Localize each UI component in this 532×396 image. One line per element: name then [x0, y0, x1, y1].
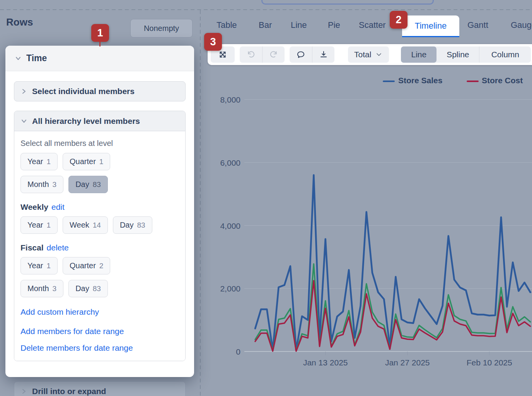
timeline-line-chart[interactable]: 02,0004,0006,0008,000Jan 13 2025Jan 27 2…	[208, 89, 532, 387]
tab-line[interactable]: Line	[291, 20, 307, 30]
comment-button[interactable]	[290, 46, 312, 63]
rows-panel-title: Rows	[6, 16, 33, 28]
add-custom-hierarchy-link[interactable]: Add custom hierarchy	[20, 307, 179, 317]
tour-badge-2: 2	[390, 11, 408, 29]
select-all-members-label: Select all members at level	[20, 139, 179, 148]
level-chip-quarter[interactable]: Quarter1	[63, 153, 110, 170]
comment-icon	[296, 50, 306, 60]
all-hierarchy-level-members-section: All hierarchy level members Select all m…	[14, 111, 186, 361]
weekly-chip-year[interactable]: Year1	[20, 216, 58, 234]
section-bar-label: Select individual members	[32, 87, 135, 96]
level-chip-day-selected[interactable]: Day83	[68, 176, 108, 193]
fiscal-chip-day[interactable]: Day83	[68, 280, 108, 297]
time-title: Time	[26, 53, 47, 63]
nonempty-button[interactable]: Nonempty	[130, 19, 193, 38]
svg-text:2,000: 2,000	[220, 284, 240, 293]
tab-timeline-active[interactable]: Timeline	[402, 15, 459, 36]
all-hierarchy-level-members-bar[interactable]: All hierarchy level members	[14, 111, 185, 131]
mode-spline-button[interactable]: Spline	[437, 46, 479, 63]
tab-pie[interactable]: Pie	[328, 20, 340, 30]
fiscal-chip-year[interactable]: Year1	[20, 257, 58, 274]
tour-badge-1-pointer	[99, 41, 101, 46]
svg-text:8,000: 8,000	[220, 95, 240, 104]
add-members-date-range-link[interactable]: Add members for date range	[20, 324, 179, 338]
svg-text:Jan 13 2025: Jan 13 2025	[303, 358, 348, 367]
cut-off-report-field[interactable]	[261, 0, 434, 5]
chevron-down-icon	[375, 51, 383, 58]
legend-label-store-cost[interactable]: Store Cost	[482, 76, 523, 85]
weekly-group-title: Weeklyedit	[20, 202, 179, 212]
tab-gauge[interactable]: Gauge	[511, 20, 532, 30]
svg-text:Jan 27 2025: Jan 27 2025	[385, 358, 430, 367]
select-individual-members-bar[interactable]: Select individual members	[14, 81, 186, 101]
tour-badge-1: 1	[91, 24, 109, 42]
active-tab-underline	[402, 36, 459, 37]
legend-label-store-sales[interactable]: Store Sales	[398, 76, 442, 85]
weekly-chip-day[interactable]: Day83	[113, 216, 152, 234]
fiscal-delete-link[interactable]: delete	[47, 243, 69, 252]
tab-bar[interactable]: Bar	[259, 20, 272, 30]
chevron-down-icon	[15, 55, 22, 62]
chart-toolbar: Total Line Spline Column	[208, 44, 532, 65]
level-chip-year[interactable]: Year1	[20, 153, 58, 170]
undo-button[interactable]	[240, 46, 262, 63]
tab-gantt[interactable]: Gantt	[467, 20, 488, 30]
weekly-chip-week[interactable]: Week14	[63, 216, 108, 234]
drill-into-or-expand-bar[interactable]: Drill into or expand	[14, 381, 186, 396]
mode-column-button[interactable]: Column	[479, 46, 531, 63]
tab-scatter[interactable]: Scatter	[359, 20, 386, 30]
svg-text:Feb 10 2025: Feb 10 2025	[467, 358, 512, 367]
time-section-header[interactable]: Time	[5, 46, 194, 71]
section-bar-label: All hierarchy level members	[32, 117, 140, 126]
fiscal-chip-quarter[interactable]: Quarter2	[63, 257, 110, 274]
chevron-down-icon	[20, 118, 27, 125]
expand-icon	[218, 50, 228, 60]
redo-button[interactable]	[262, 46, 285, 63]
legend-dash-store-cost	[467, 81, 479, 82]
fiscal-group-title: Fiscaldelete	[20, 243, 179, 252]
delete-members-date-range-link[interactable]: Delete members for date range	[20, 341, 179, 355]
download-button[interactable]	[312, 46, 334, 63]
svg-text:4,000: 4,000	[220, 221, 240, 230]
total-dropdown-label: Total	[354, 50, 371, 59]
tab-table[interactable]: Table	[217, 20, 237, 30]
download-icon	[319, 50, 329, 60]
svg-text:6,000: 6,000	[220, 158, 240, 167]
chevron-right-icon	[20, 88, 27, 95]
fiscal-chip-month[interactable]: Month3	[20, 280, 63, 297]
time-hierarchy-popup: Time Select individual members All hiera…	[5, 46, 194, 377]
weekly-edit-link[interactable]: edit	[51, 202, 65, 211]
undo-icon	[246, 50, 256, 60]
tour-badge-3: 3	[204, 33, 222, 51]
horizontal-dashed-divider	[0, 9, 532, 10]
drill-bar-label: Drill into or expand	[32, 387, 106, 396]
legend-dash-store-sales	[383, 81, 395, 82]
hierarchy-levels-content: Select all members at level Year1 Quarte…	[14, 131, 185, 361]
redo-icon	[269, 50, 279, 60]
total-dropdown[interactable]: Total	[348, 46, 389, 63]
svg-text:0: 0	[236, 347, 240, 356]
chevron-right-icon	[20, 388, 27, 395]
app-root: Rows Nonempty 1 2 3 Time Select individu…	[0, 0, 532, 396]
vertical-dashed-divider	[200, 10, 201, 396]
level-chip-month[interactable]: Month3	[20, 176, 63, 193]
chart-mode-segmented-control: Line Spline Column	[401, 46, 531, 63]
mode-line-button[interactable]: Line	[401, 46, 437, 63]
